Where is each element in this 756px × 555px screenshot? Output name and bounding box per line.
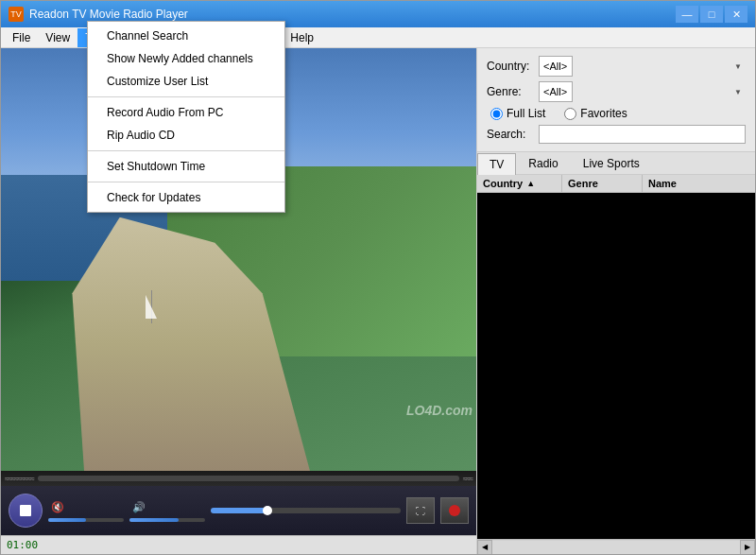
column-genre-label: Genre [568, 178, 598, 189]
maximize-button[interactable]: □ [700, 6, 723, 23]
tab-tv[interactable]: TV [477, 153, 516, 175]
country-row: Country: <All> [487, 56, 746, 77]
progress-area: ≈≈≈≈≈≈≈≈≈ ≈≈≈ [1, 471, 476, 486]
stop-icon [20, 505, 31, 516]
volume-button[interactable]: 🔊 [129, 500, 148, 515]
column-name[interactable]: Name [643, 175, 755, 192]
tab-radio[interactable]: Radio [516, 152, 570, 174]
scroll-left-button[interactable]: ◀ [477, 540, 492, 555]
column-country[interactable]: Country ▲ [477, 175, 562, 192]
genre-select-wrapper: <All> [539, 81, 746, 102]
filter-section: Country: <All> Genre: <All> [477, 48, 755, 152]
mute-button[interactable]: 🔇 [48, 500, 67, 515]
genre-select[interactable]: <All> [539, 81, 573, 102]
record-button[interactable] [440, 497, 469, 524]
volume-fill [129, 518, 179, 522]
mute-volume-fill [48, 518, 86, 522]
channel-list: Country ▲ Genre Name [477, 175, 755, 539]
channel-list-header: Country ▲ Genre Name [477, 175, 755, 193]
wave-indicator-right: ≈≈≈ [463, 475, 472, 483]
app-icon: TV [9, 7, 24, 22]
mute-icon: 🔇 [51, 501, 64, 513]
list-type-row: Full List Favorites [487, 107, 746, 120]
menu-help[interactable]: Help [283, 28, 321, 47]
stop-button[interactable] [9, 494, 43, 528]
wave-indicator: ≈≈≈≈≈≈≈≈≈ [5, 475, 34, 483]
record-icon [449, 505, 460, 516]
separator-3 [88, 182, 284, 182]
window-title: Readon TV Movie Radio Player [29, 8, 676, 21]
favorites-text: Favorites [580, 107, 627, 120]
sort-icon: ▲ [526, 179, 535, 188]
minimize-button[interactable]: — [676, 6, 698, 23]
full-list-radio[interactable] [490, 108, 503, 120]
favorites-label[interactable]: Favorites [564, 107, 627, 120]
menu-record-audio[interactable]: Record Audio From PC [88, 101, 284, 124]
seek-handle[interactable] [263, 506, 272, 515]
volume-section: 🔇 [48, 500, 124, 522]
fullscreen-icon: ⛶ [416, 506, 425, 516]
column-genre[interactable]: Genre [562, 175, 643, 192]
horizontal-scrollbar[interactable]: ◀ ▶ [477, 539, 755, 554]
menu-check-updates[interactable]: Check for Updates [88, 186, 284, 209]
sailboat [144, 290, 163, 323]
full-list-label[interactable]: Full List [490, 107, 545, 120]
scroll-right-button[interactable]: ▶ [740, 540, 755, 555]
seek-track[interactable] [211, 508, 401, 513]
menu-set-shutdown[interactable]: Set Shutdown Time [88, 155, 284, 178]
search-row: Search: [487, 125, 746, 144]
seek-bar[interactable] [211, 508, 401, 513]
tab-live-sports[interactable]: Live Sports [571, 152, 652, 174]
main-window: TV Readon TV Movie Radio Player — □ ✕ Fi… [0, 0, 756, 555]
search-input[interactable] [539, 125, 746, 144]
volume-section-2: 🔊 [129, 500, 205, 522]
country-select[interactable]: <All> [539, 56, 573, 77]
close-button[interactable]: ✕ [725, 6, 747, 23]
time-display: 01:00 [7, 539, 38, 551]
separator-1 [88, 96, 284, 97]
controls-area: 🔇 🔊 [1, 486, 476, 535]
channel-content [477, 193, 755, 534]
right-panel: Country: <All> Genre: <All> [476, 48, 755, 554]
menu-channel-search[interactable]: Channel Search [88, 25, 284, 47]
scroll-track[interactable] [492, 541, 740, 554]
watermark: LO4D.com [406, 403, 472, 418]
favorites-radio[interactable] [564, 108, 576, 120]
tools-dropdown-menu: Channel Search Show Newly Added channels… [87, 21, 285, 213]
genre-label: Genre: [487, 85, 539, 98]
separator-2 [88, 150, 284, 151]
genre-row: Genre: <All> [487, 81, 746, 102]
column-name-label: Name [648, 178, 677, 189]
volume-track[interactable] [129, 518, 205, 522]
volume-icon: 🔊 [132, 501, 146, 513]
menu-file[interactable]: File [5, 28, 38, 47]
tabs-row: TV Radio Live Sports [477, 152, 755, 175]
menu-show-newly-added[interactable]: Show Newly Added channels [88, 47, 284, 70]
mute-volume-track[interactable] [48, 518, 124, 522]
app-icon-text: TV [10, 9, 22, 19]
progress-track[interactable] [38, 476, 459, 481]
fullscreen-button[interactable]: ⛶ [406, 497, 435, 524]
menu-rip-audio[interactable]: Rip Audio CD [88, 124, 284, 147]
search-label: Search: [487, 128, 539, 141]
column-country-label: Country [483, 178, 523, 189]
status-bar: 01:00 [1, 535, 476, 554]
country-label: Country: [487, 60, 539, 73]
full-list-text: Full List [507, 107, 545, 120]
country-select-wrapper: <All> [539, 56, 746, 77]
window-controls: — □ ✕ [676, 6, 747, 23]
menu-view[interactable]: View [38, 28, 77, 47]
menu-customize-user-list[interactable]: Customize User List [88, 70, 284, 93]
